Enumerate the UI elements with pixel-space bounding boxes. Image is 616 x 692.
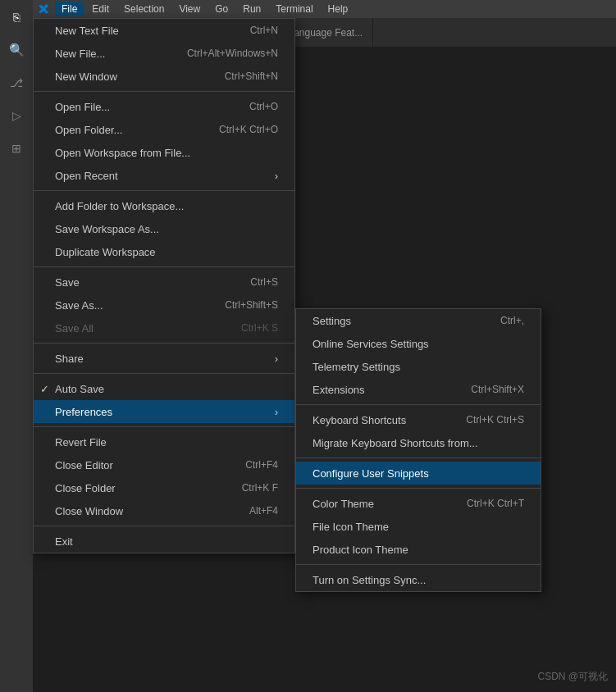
menu-divider-6 <box>34 426 294 427</box>
submenu-divider-3 <box>296 488 541 489</box>
menu-close-editor[interactable]: Close Editor Ctrl+F4 <box>34 453 294 476</box>
menu-go[interactable]: Go <box>208 2 235 16</box>
submenu-settings[interactable]: Settings Ctrl+, <box>296 309 541 332</box>
menu-help[interactable]: Help <box>322 2 355 16</box>
menu-save-as[interactable]: Save As... Ctrl+Shift+S <box>34 294 294 316</box>
watermark: CSDN @可视化 <box>537 670 608 684</box>
menu-edit[interactable]: Edit <box>85 2 116 16</box>
menu-save[interactable]: Save Ctrl+S <box>34 271 294 294</box>
activity-source-control-icon[interactable]: ⎇ <box>3 70 30 96</box>
menu-divider-5 <box>34 373 294 374</box>
menu-bar: File Edit Selection View Go Run Terminal… <box>33 0 616 18</box>
submenu-file-icon-theme[interactable]: File Icon Theme <box>296 515 541 538</box>
menu-new-window[interactable]: New Window Ctrl+Shift+N <box>34 65 294 88</box>
submenu-migrate-shortcuts[interactable]: Migrate Keyboard Shortcuts from... <box>296 431 541 454</box>
menu-divider-1 <box>34 91 294 92</box>
submenu-divider-1 <box>296 404 541 405</box>
menu-open-file[interactable]: Open File... Ctrl+O <box>34 95 294 118</box>
menu-divider-3 <box>34 266 294 267</box>
menu-preferences[interactable]: Preferences › <box>34 400 294 423</box>
submenu-settings-sync[interactable]: Turn on Settings Sync... <box>296 568 541 591</box>
preferences-submenu: Settings Ctrl+, Online Services Settings… <box>295 308 541 592</box>
menu-close-folder[interactable]: Close Folder Ctrl+K F <box>34 476 294 499</box>
menu-divider-4 <box>34 343 294 344</box>
activity-bar: ⎘ 🔍 ⎇ ▷ ⊞ <box>0 0 33 692</box>
menu-new-text-file[interactable]: New Text File Ctrl+N <box>34 19 294 42</box>
menu-open-workspace[interactable]: Open Workspace from File... <box>34 141 294 164</box>
activity-extensions-icon[interactable]: ⊞ <box>3 135 30 162</box>
menu-terminal[interactable]: Terminal <box>269 2 319 16</box>
submenu-configure-snippets[interactable]: Configure User Snippets <box>296 462 541 485</box>
file-dropdown-menu: New Text File Ctrl+N New File... Ctrl+Al… <box>33 18 295 553</box>
activity-search-icon[interactable]: 🔍 <box>3 37 30 63</box>
menu-divider-7 <box>34 526 294 526</box>
menu-open-recent[interactable]: Open Recent › <box>34 164 294 187</box>
menu-close-window[interactable]: Close Window Alt+F4 <box>34 499 294 522</box>
menu-view[interactable]: View <box>172 2 207 16</box>
vscode-logo <box>37 2 50 16</box>
menu-share[interactable]: Share › <box>34 347 294 370</box>
menu-selection[interactable]: Selection <box>117 2 171 16</box>
submenu-divider-4 <box>296 564 541 565</box>
menu-add-folder[interactable]: Add Folder to Workspace... <box>34 194 294 217</box>
menu-new-file[interactable]: New File... Ctrl+Alt+Windows+N <box>34 42 294 65</box>
menu-exit[interactable]: Exit <box>34 530 294 553</box>
submenu-color-theme[interactable]: Color Theme Ctrl+K Ctrl+T <box>296 492 541 515</box>
menu-file[interactable]: File <box>55 2 84 16</box>
submenu-divider-2 <box>296 458 541 458</box>
submenu-product-icon-theme[interactable]: Product Icon Theme <box>296 538 541 561</box>
menu-duplicate-workspace[interactable]: Duplicate Workspace <box>34 240 294 263</box>
menu-save-workspace-as[interactable]: Save Workspace As... <box>34 217 294 240</box>
menu-revert-file[interactable]: Revert File <box>34 430 294 453</box>
submenu-extensions[interactable]: Extensions Ctrl+Shift+X <box>296 378 541 401</box>
menu-open-folder[interactable]: Open Folder... Ctrl+K Ctrl+O <box>34 118 294 141</box>
submenu-online-services[interactable]: Online Services Settings <box>296 332 541 355</box>
submenu-keyboard-shortcuts[interactable]: Keyboard Shortcuts Ctrl+K Ctrl+S <box>296 408 541 431</box>
menu-auto-save[interactable]: Auto Save <box>34 377 294 400</box>
submenu-telemetry[interactable]: Telemetry Settings <box>296 355 541 378</box>
menu-divider-2 <box>34 190 294 191</box>
activity-explorer-icon[interactable]: ⎘ <box>3 4 30 30</box>
menu-save-all: Save All Ctrl+K S <box>34 316 294 339</box>
activity-debug-icon[interactable]: ▷ <box>3 102 30 129</box>
menu-run[interactable]: Run <box>236 2 267 16</box>
